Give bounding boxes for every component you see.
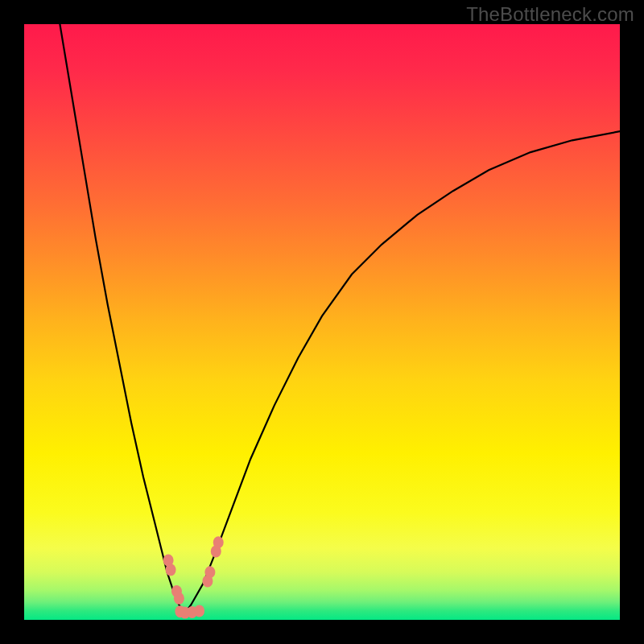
curve-right-branch (185, 131, 620, 613)
bead-bottom-4 (194, 605, 204, 617)
bead-left-lower2 (174, 592, 184, 605)
chart-svg (24, 24, 620, 620)
bead-left-upper2 (166, 564, 176, 576)
curve-left-branch (60, 24, 184, 613)
outer-frame: TheBottleneck.com (0, 0, 644, 644)
plot-area (24, 24, 620, 620)
watermark-text: TheBottleneck.com (466, 3, 634, 26)
bead-right-upper2 (213, 536, 224, 548)
bead-right-lower2 (204, 566, 215, 578)
bead-group (163, 536, 224, 618)
